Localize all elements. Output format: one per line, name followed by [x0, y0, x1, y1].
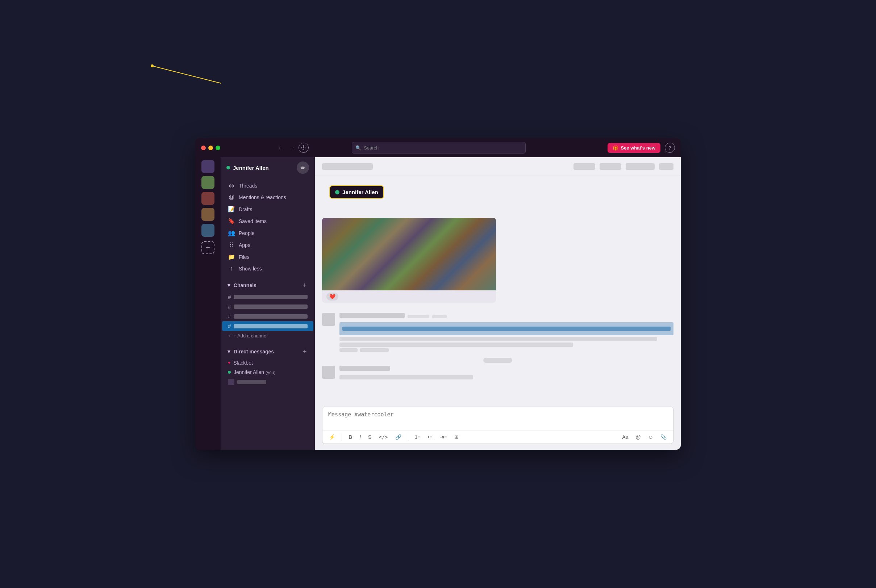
message-avatar-1 — [322, 313, 335, 326]
sidebar-item-people[interactable]: 👥 People — [222, 227, 313, 239]
message-line-2 — [340, 337, 657, 341]
dm-slackbot[interactable]: ♥ Slackbot — [222, 358, 313, 368]
messages-area[interactable]: ❤️ Jennifer Allen — [315, 176, 681, 402]
reaction-button-1[interactable]: ❤️ — [326, 292, 338, 300]
annotation-arrow-line — [152, 66, 221, 83]
ordered-list-button[interactable]: 1≡ — [413, 433, 423, 441]
user-name-display[interactable]: Jennifer Allen — [227, 165, 269, 171]
sidebar-item-apps[interactable]: ⠿ Apps — [222, 239, 313, 251]
nav-arrows: ← → ⏱ — [275, 142, 309, 153]
show-less-icon: ↑ — [228, 266, 235, 272]
sidebar-item-threads[interactable]: ◎ Threads — [222, 180, 313, 192]
image-placeholder — [322, 218, 496, 290]
indent-button[interactable]: ⇥≡ — [438, 433, 449, 441]
dm-jennifer[interactable]: Jennifer Allen (you) — [222, 368, 313, 377]
sidebar-item-show-less[interactable]: ↑ Show less — [222, 263, 313, 274]
slackbot-heart-icon: ♥ — [228, 360, 230, 365]
saved-icon: 🔖 — [228, 218, 235, 225]
link-button[interactable]: 🔗 — [393, 433, 404, 441]
message-input-field[interactable] — [322, 407, 673, 429]
sidebar-item-drafts[interactable]: 📝 Drafts — [222, 203, 313, 215]
emoji-button[interactable]: ☺ — [646, 433, 655, 441]
more-formatting-button[interactable]: ⊞ — [452, 433, 461, 441]
message-toolbar: ⚡ B I S </> 🔗 1≡ •≡ ⇥≡ ⊞ Aa — [322, 430, 673, 444]
message-row-2 — [322, 366, 673, 381]
channel-name-1 — [234, 295, 308, 299]
header-action-4 — [659, 163, 673, 170]
history-button[interactable]: ⏱ — [299, 142, 309, 153]
lightning-button[interactable]: ⚡ — [327, 433, 337, 441]
workspace-icon-2[interactable] — [201, 176, 215, 189]
forward-button[interactable]: → — [287, 142, 297, 153]
code-button[interactable]: </> — [376, 433, 390, 441]
workspace-icon-1[interactable] — [201, 160, 215, 173]
sidebar-header: Jennifer Allen ✏ — [221, 157, 315, 178]
threads-icon: ◎ — [228, 182, 235, 189]
channel-item-4-active[interactable]: # — [222, 321, 313, 331]
attach-button[interactable]: 📎 — [658, 433, 669, 441]
channel-title-blur — [322, 163, 373, 170]
workspace-icon-3[interactable] — [201, 192, 215, 205]
message-highlight-inner — [343, 327, 670, 331]
drafts-icon: 📝 — [228, 206, 235, 213]
tooltip-box: Jennifer Allen — [329, 185, 384, 199]
channel-item-2[interactable]: # — [222, 302, 313, 311]
gift-icon: 🎁 — [613, 145, 618, 151]
message-header-blur-2 — [340, 366, 390, 371]
add-channel-button[interactable]: + + Add a channel — [222, 331, 313, 341]
mention-button[interactable]: @ — [633, 433, 643, 441]
compose-button[interactable]: ✏ — [297, 162, 309, 174]
search-bar: 🔍 — [352, 142, 526, 153]
italic-button[interactable]: I — [357, 433, 363, 441]
channels-section-header[interactable]: ▼ Channels + — [221, 279, 315, 292]
font-size-button[interactable]: Aa — [620, 433, 630, 441]
titlebar: ← → ⏱ 🔍 🎁 See what's new ? — [195, 138, 681, 157]
back-button[interactable]: ← — [275, 142, 285, 153]
sidebar-item-saved[interactable]: 🔖 Saved items — [222, 215, 313, 227]
add-workspace-button[interactable]: + — [201, 241, 215, 254]
message-content-2 — [340, 366, 673, 381]
channel-header — [315, 157, 681, 176]
see-whats-new-button[interactable]: 🎁 See what's new — [607, 143, 660, 153]
unordered-list-button[interactable]: •≡ — [426, 433, 435, 441]
bold-button[interactable]: B — [346, 433, 354, 441]
user-tooltip: Jennifer Allen — [329, 185, 384, 199]
minimize-button[interactable] — [208, 146, 213, 150]
reaction-strip: ❤️ — [322, 290, 496, 303]
message-sub-2 — [360, 348, 389, 352]
strikethrough-button[interactable]: S — [366, 433, 374, 441]
channel-item-3[interactable]: # — [222, 311, 313, 321]
dm-avatar-3 — [228, 379, 234, 385]
sidebar: Jennifer Allen ✏ ◎ Threads @ Mentions & … — [221, 157, 315, 450]
dm-header-left: ▼ Direct messages — [227, 349, 274, 354]
timestamp-blur — [483, 358, 512, 363]
tooltip-annotation-area: ❤️ Jennifer Allen — [322, 182, 673, 310]
main-content: ❤️ Jennifer Allen — [315, 157, 681, 450]
annotation-arrow-start — [151, 64, 153, 68]
workspace-icon-4[interactable] — [201, 208, 215, 221]
message-line-4 — [340, 375, 473, 380]
add-dm-button[interactable]: + — [301, 347, 309, 356]
fullscreen-button[interactable] — [216, 146, 220, 150]
header-action-2 — [600, 163, 621, 170]
sidebar-item-mentions[interactable]: @ Mentions & reactions — [222, 192, 313, 203]
channel-item-1[interactable]: # — [222, 292, 313, 302]
channel-hash-icon-2: # — [228, 303, 231, 310]
message-highlighted-block — [340, 322, 673, 335]
apps-icon: ⠿ — [228, 242, 235, 248]
header-action-3 — [626, 163, 655, 170]
close-button[interactable] — [201, 146, 206, 150]
message-row-1 — [322, 313, 673, 352]
toolbar-separator-2 — [408, 434, 408, 441]
channel-hash-icon-4: # — [228, 323, 231, 329]
workspace-icon-5[interactable] — [201, 224, 215, 237]
sidebar-item-files[interactable]: 📁 Files — [222, 251, 313, 263]
people-icon: 👥 — [228, 230, 235, 236]
add-channel-section-button[interactable]: + — [301, 281, 309, 290]
search-input[interactable] — [352, 142, 526, 153]
channel-name-2 — [234, 304, 308, 309]
help-button[interactable]: ? — [665, 142, 675, 153]
dm-item-3[interactable] — [222, 377, 313, 387]
dm-section-header[interactable]: ▼ Direct messages + — [221, 345, 315, 358]
message-image-card: ❤️ — [322, 218, 496, 303]
